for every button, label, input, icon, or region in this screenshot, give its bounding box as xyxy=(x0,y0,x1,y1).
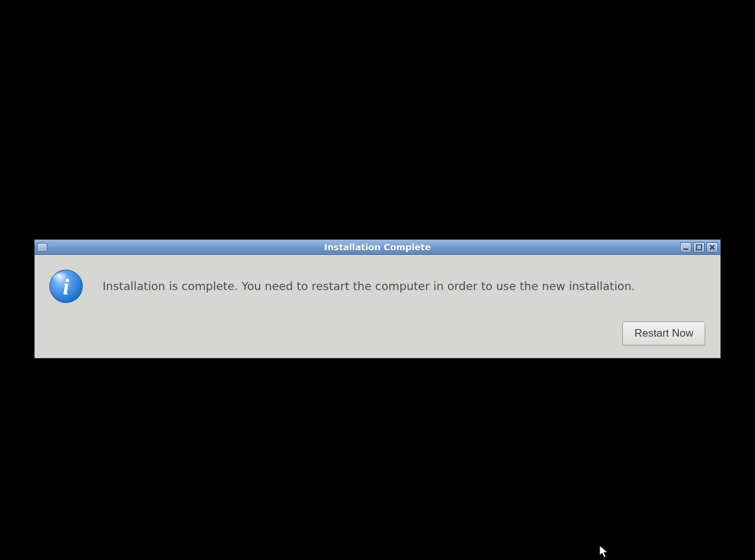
mouse-cursor-icon xyxy=(599,545,610,560)
minimize-icon xyxy=(683,244,689,250)
restart-now-button[interactable]: Restart Now xyxy=(622,322,705,345)
dialog-body: i Installation is complete. You need to … xyxy=(35,255,720,358)
content-row: i Installation is complete. You need to … xyxy=(48,269,705,304)
maximize-button[interactable] xyxy=(693,242,705,252)
installation-complete-dialog: Installation Complete xyxy=(34,239,721,359)
svg-rect-0 xyxy=(683,249,688,250)
dialog-message: Installation is complete. You need to re… xyxy=(103,279,635,293)
window-app-icon xyxy=(37,243,47,252)
maximize-icon xyxy=(696,244,702,250)
info-icon: i xyxy=(48,269,84,304)
window-controls xyxy=(680,242,718,252)
window-title: Installation Complete xyxy=(35,242,720,252)
close-button[interactable] xyxy=(707,242,718,252)
button-row: Restart Now xyxy=(48,322,705,345)
svg-rect-1 xyxy=(696,245,702,250)
close-icon xyxy=(709,244,715,250)
svg-text:i: i xyxy=(63,274,69,300)
titlebar[interactable]: Installation Complete xyxy=(35,240,720,255)
minimize-button[interactable] xyxy=(680,242,691,252)
